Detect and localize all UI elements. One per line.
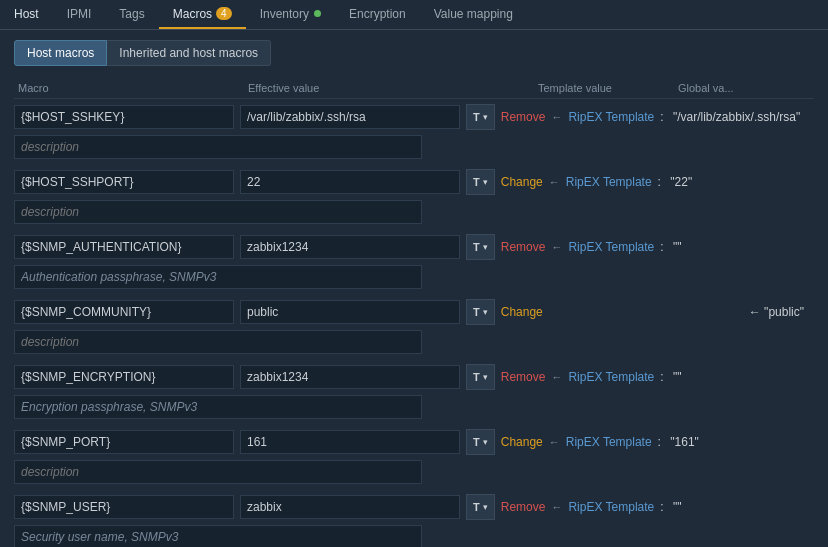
macro-desc-6[interactable] [14, 525, 422, 547]
type-btn-0[interactable]: T▾ [466, 104, 495, 130]
top-nav: Host IPMI Tags Macros 4 Inventory Encryp… [0, 0, 828, 30]
macro-row-4: T▾ Remove ← RipEX Template: "" [14, 361, 814, 424]
type-btn-1[interactable]: T▾ [466, 169, 495, 195]
macro-row-0: T▾ Remove ← RipEX Template: "/var/lib/za… [14, 101, 814, 164]
template-value-0: "/var/lib/zabbix/.ssh/rsa" [673, 110, 800, 124]
remove-btn-4[interactable]: Remove [501, 370, 546, 384]
change-btn-3[interactable]: Change [501, 305, 543, 319]
type-btn-4[interactable]: T▾ [466, 364, 495, 390]
arrow-6: ← [551, 501, 562, 513]
sub-tab-host-macros[interactable]: Host macros [14, 40, 107, 66]
change-btn-1[interactable]: Change [501, 175, 543, 189]
tab-value-mapping[interactable]: Value mapping [420, 0, 527, 29]
macro-name-6[interactable] [14, 495, 234, 519]
tab-tags[interactable]: Tags [105, 0, 158, 29]
col-global: Global va... [674, 82, 814, 94]
macro-value-2[interactable] [240, 235, 460, 259]
macro-name-2[interactable] [14, 235, 234, 259]
template-value-2: "" [673, 240, 682, 254]
inventory-dot [314, 10, 321, 17]
macro-desc-2[interactable] [14, 265, 422, 289]
type-btn-5[interactable]: T▾ [466, 429, 495, 455]
global-value-3: ← "public" [749, 305, 804, 319]
type-btn-6[interactable]: T▾ [466, 494, 495, 520]
macro-name-3[interactable] [14, 300, 234, 324]
template-value-5: "161" [670, 435, 699, 449]
macro-value-0[interactable] [240, 105, 460, 129]
macro-name-1[interactable] [14, 170, 234, 194]
tab-host[interactable]: Host [0, 0, 53, 29]
template-value-6: "" [673, 500, 682, 514]
template-link-2[interactable]: RipEX Template [568, 240, 654, 254]
macro-row-3: T▾ Change ← "public" [14, 296, 814, 359]
template-value-4: "" [673, 370, 682, 384]
arrow-5: ← [549, 436, 560, 448]
col-template: Template value [534, 82, 674, 94]
col-type [474, 82, 534, 94]
macro-value-3[interactable] [240, 300, 460, 324]
sub-tabs: Host macros Inherited and host macros [14, 40, 814, 66]
macro-value-5[interactable] [240, 430, 460, 454]
sub-tab-inherited[interactable]: Inherited and host macros [107, 40, 271, 66]
macro-value-1[interactable] [240, 170, 460, 194]
template-link-6[interactable]: RipEX Template [568, 500, 654, 514]
macro-row-5: T▾ Change ← RipEX Template: "161" [14, 426, 814, 489]
arrow-4: ← [551, 371, 562, 383]
remove-btn-6[interactable]: Remove [501, 500, 546, 514]
tab-inventory[interactable]: Inventory [246, 0, 335, 29]
macro-desc-0[interactable] [14, 135, 422, 159]
macro-value-4[interactable] [240, 365, 460, 389]
macro-list: T▾ Remove ← RipEX Template: "/var/lib/za… [14, 101, 814, 547]
macro-name-4[interactable] [14, 365, 234, 389]
macros-badge: 4 [216, 7, 232, 20]
macro-value-6[interactable] [240, 495, 460, 519]
table-header: Macro Effective value Template value Glo… [14, 78, 814, 99]
arrow-1: ← [549, 176, 560, 188]
change-btn-5[interactable]: Change [501, 435, 543, 449]
arrow-2: ← [551, 241, 562, 253]
macro-desc-4[interactable] [14, 395, 422, 419]
template-link-1[interactable]: RipEX Template [566, 175, 652, 189]
macro-desc-5[interactable] [14, 460, 422, 484]
col-effective: Effective value [244, 82, 474, 94]
main-content: Host macros Inherited and host macros Ma… [0, 30, 828, 547]
macro-row-1: T▾ Change ← RipEX Template: "22" [14, 166, 814, 229]
tab-encryption[interactable]: Encryption [335, 0, 420, 29]
tab-macros[interactable]: Macros 4 [159, 0, 246, 29]
template-link-0[interactable]: RipEX Template [568, 110, 654, 124]
remove-btn-2[interactable]: Remove [501, 240, 546, 254]
type-btn-3[interactable]: T▾ [466, 299, 495, 325]
macro-row-6: T▾ Remove ← RipEX Template: "" [14, 491, 814, 547]
macro-name-5[interactable] [14, 430, 234, 454]
tab-ipmi[interactable]: IPMI [53, 0, 106, 29]
remove-btn-0[interactable]: Remove [501, 110, 546, 124]
macro-desc-3[interactable] [14, 330, 422, 354]
template-link-5[interactable]: RipEX Template [566, 435, 652, 449]
arrow-0: ← [551, 111, 562, 123]
macro-row-2: T▾ Remove ← RipEX Template: "" [14, 231, 814, 294]
macro-desc-1[interactable] [14, 200, 422, 224]
template-value-1: "22" [670, 175, 692, 189]
template-link-4[interactable]: RipEX Template [568, 370, 654, 384]
macro-name-0[interactable] [14, 105, 234, 129]
type-btn-2[interactable]: T▾ [466, 234, 495, 260]
col-macro: Macro [14, 82, 244, 94]
